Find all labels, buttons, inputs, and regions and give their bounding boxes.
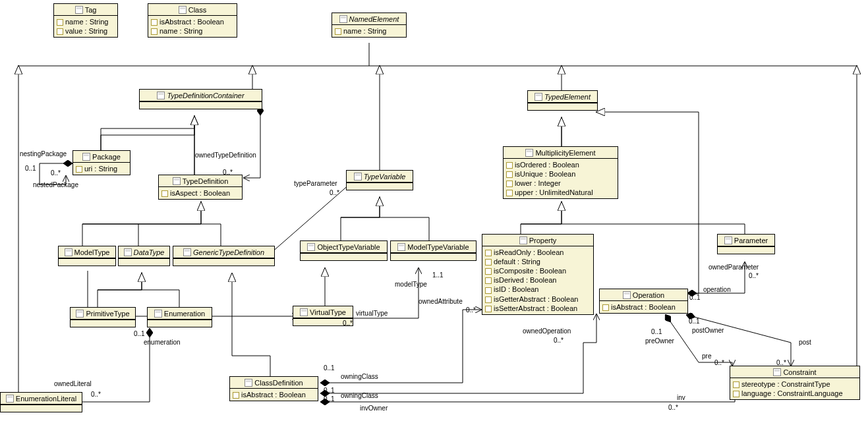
attr: uri : String [76,164,127,173]
attr-icon [485,268,492,275]
label-mult: 0..* [330,189,339,196]
class-title: Parameter [718,235,774,246]
class-attrs [718,246,774,254]
label-pre-owner: preOwner [645,337,674,345]
class-attrs: isReadOnly : Boolean default : String is… [482,246,593,314]
attr-icon [485,306,492,312]
class-named-element: NamedElement name : String [332,13,407,38]
label-enumeration: enumeration [144,339,181,346]
attr-text: isDerived : Boolean [494,276,556,284]
class-attrs [59,258,115,266]
class-title: Class [148,4,237,16]
attr-icon [76,166,82,173]
label-mult: 0..* [668,404,678,411]
attr-icon [335,28,341,35]
label-virtual-type: virtualType [356,310,388,317]
class-name: Tag [85,6,97,14]
class-title: DataType [119,246,169,258]
attr-text: isAbstract : Boolean [241,391,306,399]
label-type-parameter: typeParameter [294,180,337,187]
class-title: ModelTypeVariable [391,241,476,253]
attr-text: isReadOnly : Boolean [494,248,564,256]
class-model-type-variable: ModelTypeVariable [390,240,477,261]
class-icon [300,308,308,316]
attr: isAbstract : Boolean [602,302,685,312]
class-model-type: ModelType [58,246,116,266]
class-icon [519,237,527,244]
attr-text: isID : Boolean [494,285,538,293]
class-icon [157,92,165,99]
attr-icon [57,28,63,35]
class-icon [124,248,132,256]
attr: stereotype : ConstraintType [733,379,857,389]
class-title: ClassDefinition [230,377,318,389]
class-parameter: Parameter [717,234,775,254]
class-icon [339,15,347,23]
label-mult: 0..* [554,337,564,344]
class-name: VirtualType [310,308,346,316]
attr: isDerived : Boolean [485,275,591,285]
class-attrs: isAbstract : Boolean name : String [148,16,237,37]
attr: isAbstract : Boolean [151,17,234,26]
attr-icon [161,190,168,197]
class-name: Package [92,153,121,161]
label-mult: 0..1 [324,364,335,372]
class-operation: Operation isAbstract : Boolean [599,289,688,314]
label-operation: operation [703,286,731,293]
attr: isUnique : Boolean [506,169,615,179]
attr-icon [485,250,492,256]
class-package: Package uri : String [72,150,130,175]
class-title: Constraint [730,366,859,378]
class-attrs [148,320,212,327]
attr-icon [485,296,492,303]
class-icon [354,173,362,181]
class-title: NamedElement [332,13,406,25]
attr: lower : Integer [506,179,615,188]
class-name: Parameter [734,237,768,244]
label-owned-operation: ownedOperation [523,327,571,335]
class-icon [154,310,162,318]
class-name: TypedElement [544,93,591,101]
attr: name : String [151,26,234,36]
class-class: Class isAbstract : Boolean name : String [148,3,237,38]
attr: default : String [485,257,591,266]
class-attrs: uri : String [73,163,130,175]
attr-text: upper : UnlimitedNatural [515,188,593,196]
label-mult: 0..* [343,320,353,327]
attr: value : String [57,26,115,36]
attr: isSetterAbstract : Boolean [485,304,591,313]
class-name: TypeDefinitionContainer [167,92,244,99]
class-enumeration-literal: EnumerationLiteral [0,392,82,412]
attr-icon [506,162,513,169]
class-icon [397,243,405,251]
class-icon [245,379,252,387]
class-attrs: name : String value : String [54,16,117,37]
class-icon [623,291,631,299]
label-inv: inv [677,394,685,401]
label-inv-owner: invOwner [360,405,388,412]
attr-icon [151,28,158,35]
class-icon [307,243,315,251]
class-icon [724,237,732,244]
label-mult: 0..1 [324,395,335,403]
class-icon [173,177,181,185]
attr-icon [485,259,492,266]
class-data-type: DataType [118,246,170,266]
class-title: TypeDefinition [159,175,242,187]
class-generic-type-definition: GenericTypeDefinition [173,246,275,266]
class-icon [535,93,542,101]
attr: isReadOnly : Boolean [485,248,591,257]
class-title: TypeVariable [347,171,413,182]
attr-text: isOrdered : Boolean [515,161,579,169]
attr: isComposite : Boolean [485,266,591,275]
class-name: Property [529,237,557,244]
attr-icon [733,381,739,388]
class-icon [179,6,187,14]
label-owned-type-definition: ownedTypeDefinition [195,152,256,159]
class-name: DataType [134,248,165,256]
label-nesting-package: nestingPackage [20,150,67,157]
class-type-definition-container: TypeDefinitionContainer [139,89,262,109]
class-name: TypeDefinition [183,177,229,185]
class-class-definition: ClassDefinition isAbstract : Boolean [229,376,318,401]
class-constraint: Constraint stereotype : ConstraintType l… [730,366,860,400]
